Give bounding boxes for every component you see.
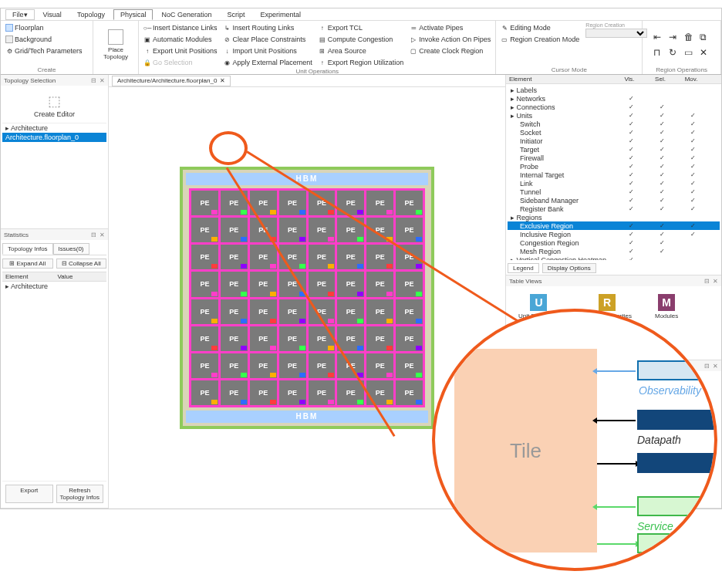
expand-all-button[interactable]: ⊞ Expand All <box>2 259 53 269</box>
pe-cell[interactable]: PE <box>250 299 277 324</box>
pe-cell[interactable]: PE <box>279 353 306 378</box>
pe-cell[interactable]: PE <box>309 326 336 351</box>
stats-row-architecture[interactable]: ▸ Architecture <box>2 282 106 291</box>
align-right-icon[interactable]: ⇥ <box>669 32 680 42</box>
doc-tab-close-icon[interactable]: ✕ <box>220 77 225 84</box>
pe-cell[interactable]: PE <box>250 245 277 269</box>
pe-cell[interactable]: PE <box>191 326 218 351</box>
pe-cell[interactable]: PE <box>366 245 393 269</box>
editing-mode-button[interactable]: ✎Editing Mode <box>499 22 581 33</box>
pe-cell[interactable]: PE <box>337 353 364 378</box>
pe-cell[interactable]: PE <box>309 245 336 269</box>
floorplan-canvas[interactable]: HBM HBM PEPEPEPEPEPEPEPEPEPEPEPEPEPEPEPE… <box>109 87 505 509</box>
tree-row-floorplan[interactable]: Architecture.floorplan_0 <box>2 133 106 142</box>
go-selection-button[interactable]: 🔒Go Selection <box>142 57 219 68</box>
pe-cell[interactable]: PE <box>221 272 248 296</box>
delete-icon[interactable]: 🗑 <box>684 32 695 42</box>
panel-close-icon[interactable]: ✕ <box>713 278 718 285</box>
element-row[interactable]: ▸ Units✓✓✓ <box>508 111 720 120</box>
panel-pin-icon[interactable]: ⊟ <box>704 278 710 285</box>
pe-cell[interactable]: PE <box>250 272 277 296</box>
pe-cell[interactable]: PE <box>337 245 364 269</box>
element-row[interactable]: ▸ Regions <box>508 213 720 221</box>
pe-cell[interactable]: PE <box>221 326 248 351</box>
tab-noc-generation[interactable]: NoC Generation <box>154 9 218 20</box>
pe-cell[interactable]: PE <box>337 299 364 324</box>
undo-icon[interactable]: ↶ <box>509 376 515 384</box>
pe-cell[interactable]: PE <box>279 245 306 269</box>
element-row[interactable]: Probe✓✓✓ <box>508 162 720 171</box>
element-row[interactable]: Sideband Manager✓✓✓ <box>508 196 720 204</box>
pe-cell[interactable]: PE <box>337 191 364 215</box>
element-row[interactable]: ▸ Connections✓✓ <box>508 103 720 111</box>
element-row[interactable]: ▸ Labels <box>508 86 720 94</box>
pe-cell[interactable]: PE <box>221 245 248 269</box>
pe-cell[interactable]: PE <box>337 326 364 351</box>
place-topology-button[interactable]: Place Topology <box>96 22 135 66</box>
import-unit-positions-button[interactable]: ↓Import Unit Positions <box>222 46 314 56</box>
element-row[interactable]: Socket✓✓✓ <box>508 128 720 137</box>
element-row[interactable]: Tunnel✓✓✓ <box>508 188 720 196</box>
pe-cell[interactable]: PE <box>221 191 248 215</box>
panel-close-icon[interactable]: ✕ <box>100 231 105 238</box>
pe-cell[interactable]: PE <box>309 353 336 378</box>
undo-icon[interactable]: ↶ <box>509 397 515 406</box>
element-row[interactable]: Congestion Region✓✓ <box>508 238 720 247</box>
invoke-action-on-pipes-button[interactable]: ▷Invoke Action On Pipes <box>408 34 492 45</box>
pe-cell[interactable]: PE <box>396 218 423 242</box>
pe-cell[interactable]: PE <box>396 353 423 378</box>
pe-cell[interactable]: PE <box>191 218 218 242</box>
stats-tab-issues[interactable]: Issues(0) <box>53 243 89 255</box>
panel-pin-icon[interactable]: ⊟ <box>704 363 710 370</box>
automatic-modules-button[interactable]: ▣Automatic Modules <box>142 34 219 45</box>
element-row[interactable]: ▸ Networks✓ <box>508 94 720 103</box>
element-row[interactable]: Inclusive Region✓✓✓ <box>508 230 720 238</box>
element-row[interactable]: Initiator✓✓✓ <box>508 137 720 145</box>
create-clock-region-button[interactable]: ▢Create Clock Region <box>408 46 492 56</box>
tab-script[interactable]: Script <box>220 9 251 20</box>
pe-cell[interactable]: PE <box>396 191 423 215</box>
pe-cell[interactable]: PE <box>366 191 393 215</box>
pe-cell[interactable]: PE <box>279 272 306 296</box>
pe-cell[interactable]: PE <box>221 353 248 378</box>
area-source-button[interactable]: ⊞Area Source <box>317 46 406 56</box>
pe-cell[interactable]: PE <box>396 380 423 405</box>
tab-physical[interactable]: Physical <box>113 9 154 20</box>
pe-cell[interactable]: PE <box>337 380 364 405</box>
redo-icon[interactable]: ↷ <box>520 387 526 395</box>
pe-cell[interactable]: PE <box>279 191 306 215</box>
pe-cell[interactable]: PE <box>279 299 306 324</box>
insert-routing-links-button[interactable]: ↳Insert Routing Links <box>222 22 314 33</box>
stats-tab-topology-infos[interactable]: Topology Infos <box>2 243 53 255</box>
export-tcl-button[interactable]: ↑Export TCL <box>317 22 406 33</box>
undo-row-0[interactable]: Get topology stat… <box>529 376 589 384</box>
pe-cell[interactable]: PE <box>221 380 248 405</box>
pe-cell[interactable]: PE <box>396 245 423 269</box>
region-tool-4-icon[interactable]: ✕ <box>700 47 710 58</box>
collapse-all-button[interactable]: ⊟ Collapse All <box>56 259 107 269</box>
pe-cell[interactable]: PE <box>250 380 277 405</box>
element-row[interactable]: Link✓✓✓ <box>508 179 720 188</box>
region-creation-select[interactable] <box>585 29 647 38</box>
pe-cell[interactable]: PE <box>279 326 306 351</box>
unit-properties-button[interactable]: UUnit Properties <box>518 294 559 319</box>
tab-topology[interactable]: Topology <box>70 9 112 20</box>
pe-cell[interactable]: PE <box>366 218 393 242</box>
pe-cell[interactable]: PE <box>191 191 218 215</box>
apply-external-placement-button[interactable]: ◉Apply External Placement <box>222 57 314 68</box>
floorplan-button[interactable]: Floorplan <box>4 22 84 33</box>
background-button[interactable]: Background <box>4 34 84 45</box>
activate-pipes-button[interactable]: ═Activate Pipes <box>408 22 492 33</box>
panel-close-icon[interactable]: ✕ <box>100 77 105 84</box>
pe-cell[interactable]: PE <box>309 191 336 215</box>
pe-cell[interactable]: PE <box>309 299 336 324</box>
menu-file[interactable]: File ▾ <box>5 9 35 20</box>
region-properties-button[interactable]: RRegion Properties <box>582 294 632 319</box>
element-row[interactable]: ▸ Vertical Congestion Heatmap✓ <box>508 255 720 260</box>
tab-visual[interactable]: Visual <box>36 9 69 20</box>
pe-cell[interactable]: PE <box>309 380 336 405</box>
pe-cell[interactable]: PE <box>250 191 277 215</box>
region-creation-mode-button[interactable]: ▭Region Creation Mode <box>499 34 581 45</box>
pe-cell[interactable]: PE <box>221 299 248 324</box>
element-row[interactable]: Mesh Region✓✓ <box>508 247 720 255</box>
